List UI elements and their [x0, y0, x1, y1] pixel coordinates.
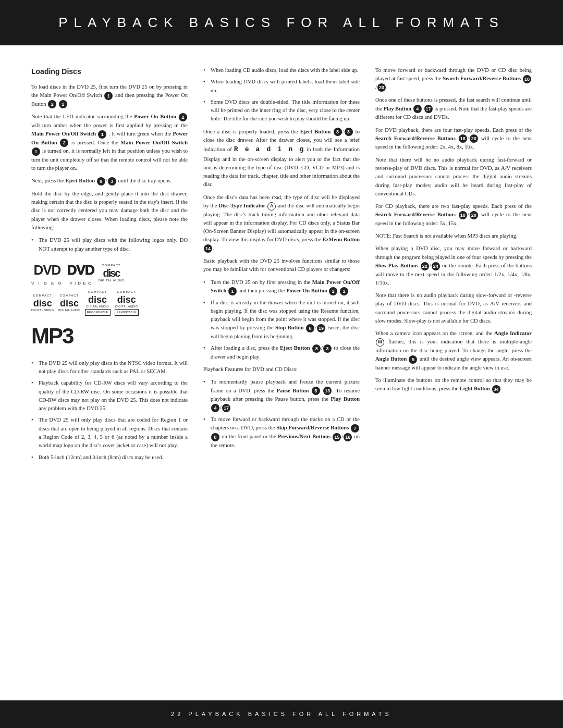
- num-1: 1: [98, 130, 106, 139]
- main-content: Loading Discs To load discs in the DVD 2…: [0, 45, 563, 497]
- bullet-region: The DVD 25 will only play discs that are…: [31, 416, 188, 450]
- col2-top-bullets: When loading CD audio discs, load the di…: [203, 66, 360, 124]
- compact-disc-recordable: COMPACT disc DIGITAL AUDIO Recordable: [85, 290, 111, 315]
- compact-disc-digital-audio-2: COMPACT disc DIGITAL AUDIO: [58, 293, 80, 312]
- num-2: 2: [179, 113, 187, 121]
- num-18: 18: [523, 75, 531, 83]
- num-8-c2: 8: [334, 128, 342, 136]
- num-16-pf: 16: [344, 433, 352, 441]
- num-5-c3: 5: [409, 355, 417, 364]
- bullet-ntsc: The DVD 25 will only play discs in the N…: [31, 359, 188, 376]
- num-24: 24: [432, 262, 440, 270]
- dvd-video-logo: DVD V I D E O: [31, 260, 63, 287]
- compact-disc-digital-video: COMPACT disc DIGITAL VIDEO: [31, 293, 54, 312]
- num-14: 14: [204, 244, 212, 253]
- col2-bullets: Turn the DVD 25 on by first pressing in …: [203, 278, 360, 361]
- num-3: 3: [108, 177, 116, 186]
- num-8-c2b: 8: [312, 344, 321, 353]
- pf-skip: To move forward or backward through the …: [203, 415, 360, 450]
- col3-para1: To move forward or backward through the …: [375, 66, 532, 92]
- compact-disc-rewritable: COMPACT disc DIGITAL AUDIO ReWritable: [115, 290, 139, 315]
- num-34: 34: [492, 385, 500, 393]
- col3-para9: To illuminate the buttons on the remote …: [375, 376, 532, 393]
- dvd-video-outline-logo: DVD V I D E O: [67, 260, 94, 287]
- num-22: 22: [421, 262, 429, 270]
- num-3-c2: 3: [345, 128, 353, 136]
- num-6: 6: [306, 324, 314, 332]
- num-1-c2: 1: [228, 287, 237, 295]
- col1-para2: Note that the LED indicator surrounding …: [31, 113, 188, 172]
- col3-para5: NOTE: Fast Search is not available when …: [375, 232, 532, 240]
- col3-para3: Note that there will be no audio playbac…: [375, 156, 532, 198]
- col3-para2: For DVD playback, there are four fast-pl…: [375, 126, 532, 152]
- col1-para3: Next, press the Eject Button 8/3 until t…: [31, 177, 188, 186]
- column-2: When loading CD audio discs, load the di…: [203, 66, 360, 466]
- logo-row-2: COMPACT disc DIGITAL VIDEO COMPACT disc …: [31, 290, 139, 315]
- num-8-pf: 8: [211, 433, 219, 441]
- page-header: PLAYBACK BASICS FOR ALL FORMATS: [0, 0, 563, 45]
- col1-para4: Hold the disc by the edge, and gently pl…: [31, 190, 188, 232]
- bullet-cd-load: When loading CD audio discs, load the di…: [203, 66, 360, 75]
- bullet-double-sided: Some DVD discs are double-sided. The tit…: [203, 98, 360, 124]
- num-15-pf: 15: [333, 433, 341, 441]
- mp3-logo: MP3: [31, 319, 73, 353]
- num-1c: 1: [32, 147, 40, 156]
- col2-para1: Once a disc is properly loaded, press th…: [203, 128, 360, 189]
- num-3-c2b: 3: [323, 344, 332, 353]
- num-18c: 18: [459, 211, 467, 219]
- bullet-disc-in: If a disc is already in the drawer when …: [203, 299, 360, 341]
- num-20c: 20: [470, 211, 478, 219]
- bullet-after-load: After loading a disc, press the Eject Bu…: [203, 344, 360, 361]
- col3-para1b: Once one of these buttons is pressed, th…: [375, 96, 532, 121]
- compact-disc-digital-audio: COMPACT disc DIGITAL AUDIO: [99, 263, 125, 283]
- num-20: 20: [377, 83, 386, 92]
- bullet-size: Both 5-inch (12cm) and 3-inch (8cm) disc…: [31, 453, 188, 462]
- footer-text: 22 PLAYBACK BASICS FOR ALL FORMATS: [31, 710, 532, 719]
- num-13-pf: 13: [323, 387, 332, 395]
- letter-a: A: [267, 202, 276, 211]
- num-circle-2: 2: [48, 100, 56, 108]
- col3-para7: Note that there is no audio playback dur…: [375, 291, 532, 325]
- bullet-cdrw: Playback capability for CD-RW discs will…: [31, 379, 188, 413]
- column-3: To move forward or backward through the …: [375, 66, 532, 466]
- bullet-dvd-load: When loading DVD discs with printed labe…: [203, 78, 360, 95]
- num-20b: 20: [470, 134, 478, 143]
- col3-para4: For CD playback, there are two fast-play…: [375, 202, 532, 228]
- bullet-item-1: The DVD 25 will play discs with the foll…: [31, 236, 188, 253]
- logo-row-1: DVD V I D E O DVD V I D E O COMPACT disc…: [31, 260, 124, 287]
- num-4-pf: 4: [211, 404, 219, 412]
- num-17-c3: 17: [424, 105, 433, 113]
- col1-bullets: The DVD 25 will play discs with the foll…: [31, 236, 188, 253]
- col3-para8: When a camera icon appears on the screen…: [375, 329, 532, 372]
- logo-area: DVD V I D E O DVD V I D E O COMPACT disc…: [31, 260, 188, 353]
- num-2-c2: 2: [329, 287, 337, 295]
- page-title: PLAYBACK BASICS FOR ALL FORMATS: [31, 15, 532, 31]
- col3-para6: When playing a DVD disc, you may move fo…: [375, 244, 532, 287]
- col2-para2: Once the disc's data has been read, the …: [203, 193, 360, 253]
- num-7-pf: 7: [351, 424, 359, 433]
- col2-playback-features: Playback Features for DVD and CD Discs:: [203, 365, 360, 374]
- col1-para1: To load discs in the DVD 25, first turn …: [31, 83, 188, 108]
- num-5-pf: 5: [312, 387, 320, 395]
- reading-text: R e a d i n g: [234, 145, 305, 153]
- page-footer: 22 PLAYBACK BASICS FOR ALL FORMATS: [0, 700, 563, 728]
- num-circle-1: 1: [104, 92, 113, 100]
- letter-m: M: [376, 338, 384, 347]
- col2-para3: Basic playback with the DVD 25 involves …: [203, 257, 360, 274]
- bullet-turn-on: Turn the DVD 25 on by first pressing in …: [203, 278, 360, 295]
- column-1: Loading Discs To load discs in the DVD 2…: [31, 66, 188, 466]
- num-8: 8: [97, 177, 105, 186]
- num-1-c2b: 1: [340, 287, 348, 295]
- num-19: 19: [317, 324, 325, 332]
- col1-more-bullets: The DVD 25 will only play discs in the N…: [31, 359, 188, 462]
- col2-pf-bullets: To momentarily pause playback and freeze…: [203, 378, 360, 449]
- page: PLAYBACK BASICS FOR ALL FORMATS Loading …: [0, 0, 563, 728]
- num-17-pf: 17: [222, 404, 230, 412]
- num-18b: 18: [459, 134, 467, 143]
- pf-pause: To momentarily pause playback and freeze…: [203, 378, 360, 412]
- num-4-c3: 4: [413, 105, 422, 113]
- num-circle-1b: 1: [59, 100, 67, 108]
- section-title: Loading Discs: [31, 66, 188, 78]
- num-2b: 2: [60, 139, 68, 147]
